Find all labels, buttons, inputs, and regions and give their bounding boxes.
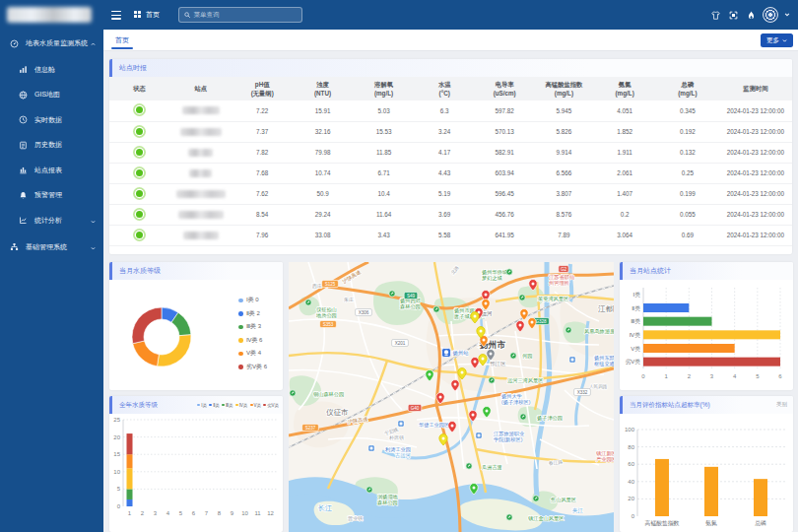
map-label: 古运河 <box>395 452 411 459</box>
sidebar-item-0[interactable]: 地表水质量监测系统 <box>0 30 103 57</box>
map-label: 仪征市 <box>326 408 349 417</box>
sidebar-item-1[interactable]: 信息舱 <box>0 57 103 83</box>
legend-label: Ⅱ类 <box>213 403 220 408</box>
sidebar-item-8[interactable]: 基础管理系统 <box>0 233 103 261</box>
legend-item[interactable]: Ⅲ类 3 <box>238 320 267 334</box>
exceed-vbar-chart[interactable]: 020406080100高锰酸盐指数氨氮总磷 <box>620 414 793 532</box>
quality-donut-chart[interactable] <box>109 282 218 390</box>
legend-item[interactable]: Ⅴ类 <box>250 403 261 408</box>
table-row[interactable]: 7.3732.1615.533.24570.135.8261.8520.1922… <box>109 121 792 142</box>
sidebar-item-2[interactable]: GIS地图 <box>0 83 103 108</box>
hamburger-icon[interactable] <box>111 11 121 20</box>
map-label: 营业镇 <box>348 515 363 522</box>
legend-item[interactable]: Ⅳ类 <box>235 403 247 408</box>
year-stacked-chart[interactable]: 0510152025123456789101112 <box>109 414 283 532</box>
table-row[interactable]: 7.6250.910.45.19596.453.8071.4070.199202… <box>109 183 792 204</box>
legend-dot <box>250 404 253 407</box>
legend-item[interactable]: Ⅴ类 4 <box>238 347 267 361</box>
column-header: 站点 <box>169 77 233 100</box>
svg-text:100: 100 <box>625 427 635 432</box>
sidebar-item-5[interactable]: 站点报表 <box>0 158 103 183</box>
more-button[interactable]: 更多 <box>761 33 793 47</box>
month-station-stats-panel: 当月站点统计 0123456Ⅰ类Ⅱ类Ⅲ类Ⅳ类Ⅴ类劣Ⅴ类 <box>620 262 793 390</box>
table-row[interactable]: 7.2215.915.036.3597.825.9454.0510.345202… <box>109 100 792 121</box>
column-header: 浊度(NTU) <box>293 77 354 100</box>
cell-value: 603.94 <box>475 163 535 183</box>
gauge-icon <box>10 39 19 48</box>
menu-search-input[interactable]: 菜单查询 <box>178 7 302 23</box>
map-label: 朱庄 <box>344 297 354 302</box>
legend-item[interactable]: 劣Ⅴ类 <box>263 403 279 408</box>
map-label: 江都区 <box>598 304 614 313</box>
cell-value: 10.74 <box>293 163 354 183</box>
exceed-rate-panel: 当月评价指标站点超标率(%) 类别 020406080100高锰酸盐指数氨氮总磷 <box>620 396 793 532</box>
station-name-redacted <box>182 106 220 114</box>
cell-time: 2024-01-23 12:00:00 <box>719 225 792 245</box>
legend-item[interactable]: Ⅰ类 0 <box>238 294 267 307</box>
svg-text:40: 40 <box>628 479 634 485</box>
screen-icon[interactable] <box>724 0 742 30</box>
legend-item[interactable]: Ⅲ类 <box>222 403 233 408</box>
table-row[interactable]: 7.6810.746.714.43603.946.5662.0610.25202… <box>109 163 792 183</box>
station-name-redacted <box>180 128 222 136</box>
breadcrumb[interactable]: 首页 <box>134 0 160 30</box>
sidebar-item-7[interactable]: 统计分析 <box>0 208 103 233</box>
station-name-redacted <box>183 232 219 239</box>
column-header: 氨氮(mg/L) <box>593 77 656 100</box>
map-label: 长江 <box>318 504 332 512</box>
svg-text:4: 4 <box>166 510 170 516</box>
map-label: 运河三湾风景区 <box>507 377 543 384</box>
map-label: 西庄 <box>312 283 322 290</box>
svg-text:6: 6 <box>192 510 196 516</box>
avatar[interactable] <box>763 7 778 23</box>
svg-text:60: 60 <box>628 461 634 467</box>
year-quality-panel: 全年水质等级 Ⅰ类Ⅱ类Ⅲ类Ⅳ类Ⅴ类劣Ⅴ类 0510152025123456789… <box>109 396 283 532</box>
sidebar-item-3[interactable]: 实时数据 <box>0 107 103 133</box>
legend-item[interactable]: 劣Ⅴ类 6 <box>238 361 267 374</box>
svg-text:25: 25 <box>113 417 120 423</box>
legend-dot <box>235 404 238 407</box>
cell-value: 7.96 <box>233 225 293 245</box>
legend-dot <box>222 404 225 407</box>
topbar: 首页 菜单查询 <box>103 0 798 30</box>
cell-value: 5.03 <box>353 100 414 121</box>
tab-home[interactable]: 首页 <box>111 30 133 50</box>
chevron-down-icon <box>91 218 96 223</box>
table-row[interactable]: 7.8279.9811.854.17582.919.9141.9110.1322… <box>109 142 792 163</box>
sidebar-item-4[interactable]: 历史数据 <box>0 133 103 159</box>
gis-map[interactable]: 仪征市江都区邗江区西庄朱庄朴席镇营业镇人民四路仪征捺山地质公园扬州西郊森林公园铜… <box>289 262 614 532</box>
user-caret-down-icon[interactable] <box>780 0 794 30</box>
legend-item[interactable]: Ⅱ类 2 <box>238 307 267 321</box>
cell-value: 10.4 <box>353 183 414 204</box>
legend-item[interactable]: Ⅱ类 <box>209 403 219 408</box>
svg-text:1: 1 <box>664 373 668 379</box>
cell-time: 2024-01-23 12:00:00 <box>719 183 792 204</box>
legend-label: Ⅲ类 3 <box>246 322 261 331</box>
legend-item[interactable]: Ⅳ类 6 <box>238 334 267 348</box>
alert-icon <box>19 191 28 200</box>
legend-dot <box>263 404 266 407</box>
realtime-clock-icon <box>19 115 28 124</box>
cell-value: 6.71 <box>353 163 414 183</box>
cell-value: 0.192 <box>656 121 719 142</box>
station-name-redacted <box>189 169 212 177</box>
cell-value: 0.2 <box>593 204 656 225</box>
table-row[interactable]: 7.9633.083.435.58641.957.893.0640.692024… <box>109 225 792 245</box>
sidebar-item-6[interactable]: 预警管理 <box>0 183 103 209</box>
sidebar-menu: 地表水质量监测系统信息舱GIS地图实时数据历史数据站点报表预警管理统计分析基础管… <box>0 30 103 261</box>
legend-item[interactable]: Ⅰ类 <box>197 403 206 408</box>
theme-shirt-icon[interactable] <box>706 0 724 30</box>
month-quality-panel: 当月水质等级 Ⅰ类 0Ⅱ类 2Ⅲ类 3Ⅳ类 6Ⅴ类 4劣Ⅴ类 6 <box>109 262 283 390</box>
map-label: 铜山森林公园 <box>313 391 344 397</box>
gis-map-icon <box>19 91 28 100</box>
station-hbar-chart[interactable]: 0123456Ⅰ类Ⅱ类Ⅲ类Ⅳ类Ⅴ类劣Ⅴ类 <box>620 280 793 390</box>
legend-label: Ⅲ类 <box>226 403 233 408</box>
sidebar-item-label: 信息舱 <box>34 65 55 75</box>
cell-value: 7.37 <box>233 121 293 142</box>
flame-icon[interactable] <box>742 0 760 30</box>
cell-value: 570.13 <box>475 121 535 142</box>
legend-label: 劣Ⅴ类 <box>267 403 279 408</box>
table-row[interactable]: 8.5429.2411.643.69456.768.5760.20.055202… <box>109 204 792 225</box>
status-dot <box>136 149 143 156</box>
cell-time: 2024-01-23 12:00:00 <box>719 163 792 183</box>
